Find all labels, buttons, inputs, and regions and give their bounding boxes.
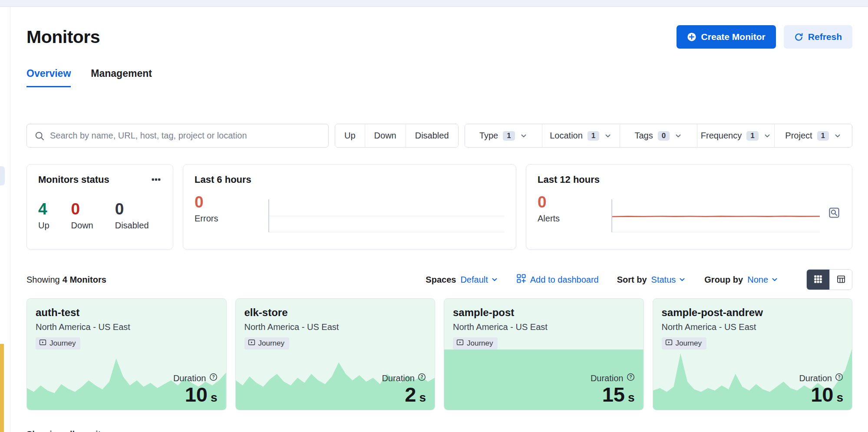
journey-icon: [456, 339, 464, 348]
alerts-stat: 0 Alerts: [538, 194, 603, 232]
alerts-panel: Last 12 hours 0 Alerts: [526, 164, 852, 250]
left-edge-accent: [0, 344, 4, 432]
filter-location-dropdown[interactable]: Location 1: [542, 124, 619, 147]
filter-disabled-button[interactable]: Disabled: [406, 124, 458, 147]
monitor-type-label: Journey: [50, 339, 76, 348]
monitor-card[interactable]: sample-post-andrew North America - US Ea…: [653, 298, 853, 410]
stat-down: 0 Down: [71, 201, 93, 231]
errors-chart: [268, 199, 505, 232]
filter-type-dropdown[interactable]: Type 1: [465, 124, 542, 147]
filter-type-count-badge: 1: [503, 131, 515, 141]
create-monitor-button[interactable]: Create Monitor: [677, 25, 776, 49]
errors-value: 0: [195, 194, 260, 210]
showing-prefix: Showing: [26, 275, 60, 284]
question-circle-icon[interactable]: ?: [627, 373, 635, 383]
duration-block: Duration ? 15s: [591, 373, 635, 405]
group-label: Group by: [704, 275, 743, 285]
filter-project-dropdown[interactable]: Project 1: [774, 124, 851, 147]
search-input[interactable]: [50, 131, 320, 141]
main-content: Monitors Create Monitor Refresh Overview…: [10, 7, 868, 432]
inspect-icon: [828, 207, 840, 220]
duration-label: Duration: [173, 373, 206, 383]
duration-block: Duration ? 2s: [382, 373, 426, 405]
tab-management[interactable]: Management: [91, 68, 152, 87]
duration-unit: s: [419, 391, 426, 404]
spaces-label: Spaces: [426, 275, 456, 285]
filter-type-label: Type: [479, 131, 498, 141]
monitor-card[interactable]: sample-post North America - US East Jour…: [444, 298, 644, 410]
group-control: Group by None: [704, 275, 779, 285]
toolbar-controls: Spaces Default Add to dashboard Sort by …: [426, 274, 779, 285]
add-to-dashboard-button[interactable]: Add to dashboard: [517, 274, 599, 285]
spaces-control: Spaces Default: [426, 275, 498, 285]
dashboard-add-icon: [517, 274, 526, 285]
showing-value: 4 Monitors: [63, 275, 106, 284]
alerts-chart: [611, 199, 820, 232]
panel-menu-button[interactable]: [151, 174, 162, 186]
alerts-label: Alerts: [538, 214, 603, 224]
sort-label: Sort by: [617, 275, 647, 285]
alerts-value: 0: [538, 194, 603, 210]
stat-up-label: Up: [38, 221, 50, 231]
group-select[interactable]: None: [747, 275, 779, 285]
header-actions: Create Monitor Refresh: [677, 25, 852, 49]
monitor-card[interactable]: auth-test North America - US East Journe…: [26, 298, 227, 410]
duration-label: Duration: [799, 373, 832, 383]
monitor-type-label: Journey: [467, 339, 493, 348]
duration-block: Duration ? 10s: [799, 373, 843, 405]
duration-number: 15: [602, 383, 625, 406]
view-toggle: [806, 269, 852, 290]
status-stats: 4 Up 0 Down 0 Disabled: [38, 201, 162, 231]
chevron-down-icon: [491, 276, 498, 284]
grid-view-button[interactable]: [807, 270, 829, 290]
chevron-down-icon: [520, 132, 528, 140]
inspect-button[interactable]: [828, 206, 841, 221]
table-view-icon: [837, 275, 845, 285]
journey-icon: [39, 339, 46, 348]
filter-location-label: Location: [550, 131, 583, 141]
spaces-value: Default: [460, 275, 488, 285]
sort-select[interactable]: Status: [651, 275, 686, 285]
question-circle-icon[interactable]: ?: [835, 373, 843, 383]
monitor-card[interactable]: elk-store North America - US East Journe…: [235, 298, 436, 410]
nav-expand-handle[interactable]: [0, 166, 5, 185]
boxes-horizontal-icon: [152, 175, 161, 185]
filter-frequency-dropdown[interactable]: Frequency 1: [697, 124, 774, 147]
monitor-type-badge: Journey: [662, 337, 706, 350]
plus-circle-icon: [687, 32, 696, 42]
filter-up-button[interactable]: Up: [335, 124, 365, 147]
errors-label: Errors: [195, 214, 260, 224]
chevron-down-icon: [771, 276, 779, 284]
alerts-line: [612, 199, 820, 232]
tab-overview[interactable]: Overview: [26, 68, 71, 87]
stat-down-label: Down: [71, 221, 93, 231]
table-view-button[interactable]: [829, 270, 852, 290]
filter-tags-dropdown[interactable]: Tags 0: [620, 124, 697, 147]
duration-block: Duration ? 10s: [173, 373, 218, 405]
tabs: Overview Management: [26, 68, 852, 87]
stat-up-value: 4: [38, 201, 50, 217]
window-top-strip: [0, 0, 868, 7]
duration-unit: s: [628, 391, 635, 404]
filter-down-button[interactable]: Down: [365, 124, 406, 147]
errors-panel-title: Last 6 hours: [195, 174, 505, 185]
question-circle-icon[interactable]: ?: [418, 373, 426, 383]
chevron-down-icon: [674, 132, 682, 140]
list-toolbar: Showing4 Monitors Spaces Default Add to …: [26, 270, 852, 290]
page-header: Monitors Create Monitor Refresh: [26, 25, 852, 49]
duration-label: Duration: [591, 373, 624, 383]
refresh-button[interactable]: Refresh: [784, 25, 852, 49]
question-circle-icon[interactable]: ?: [209, 373, 218, 383]
duration-number: 10: [185, 383, 208, 406]
group-value: None: [747, 275, 768, 285]
monitor-name: elk-store: [244, 307, 426, 319]
add-to-dashboard-label: Add to dashboard: [530, 275, 599, 285]
refresh-icon: [794, 33, 803, 42]
svg-text:?: ?: [838, 375, 840, 379]
duration-label: Duration: [382, 373, 415, 383]
filter-tags-count-badge: 0: [658, 131, 670, 141]
search-box: [26, 124, 329, 148]
chevron-down-icon: [604, 132, 612, 140]
spaces-select[interactable]: Default: [460, 275, 498, 285]
monitor-type-label: Journey: [258, 339, 284, 348]
